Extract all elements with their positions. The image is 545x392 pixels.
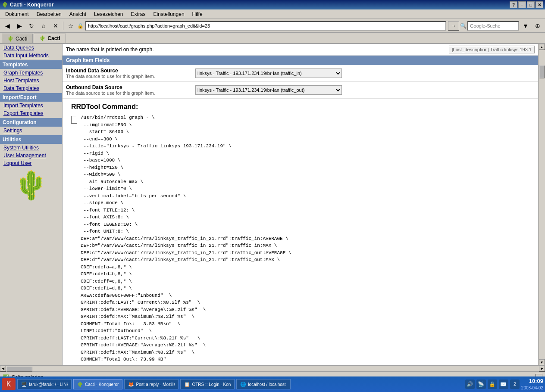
taskbar-item-linksys-label: faruk@faruk: / - LINKSYS - Ko bbox=[29, 382, 68, 387]
menu-hilfe[interactable]: Hilfe bbox=[189, 10, 206, 18]
rrd-command-text: /usr/bin/rrdtool graph - \ --imgformat=P… bbox=[81, 114, 291, 363]
inbound-label-cell: Inbound Data Source The data source to u… bbox=[63, 65, 192, 82]
taskbar-clock: 10:09 2008-04-02 bbox=[521, 378, 543, 391]
sidebar-section-templates[interactable]: Templates bbox=[0, 60, 62, 69]
right-scrollbar[interactable]: ▲ ▼ bbox=[538, 44, 545, 365]
search-input[interactable] bbox=[467, 21, 519, 31]
titlebar-left: 🌵 Cacti - Konqueror bbox=[2, 2, 53, 8]
taskbar-sys-icon-1[interactable]: 🔊 bbox=[465, 380, 475, 389]
taskbar-item-firefox[interactable]: 🦊 Post a reply - Mozilla Firefox bbox=[124, 379, 179, 389]
sidebar-item-graph-templates[interactable]: Graph Templates bbox=[0, 69, 62, 77]
inbound-desc: The data source to use for this graph it… bbox=[66, 74, 188, 79]
sidebar-item-user-management[interactable]: User Management bbox=[0, 152, 62, 159]
sidebar-item-export-templates[interactable]: Export Templates bbox=[0, 109, 62, 117]
menu-ansicht[interactable]: Ansicht bbox=[66, 10, 90, 18]
scroll-up-arrow[interactable]: ▲ bbox=[539, 44, 545, 50]
taskbar-item-firefox-label: Post a reply - Mozilla Firefox bbox=[136, 382, 175, 387]
tabbar: 🌵 Cacti 🌵 Cacti bbox=[0, 33, 545, 44]
sidebar-item-import-templates[interactable]: Import Templates bbox=[0, 102, 62, 109]
outbound-desc: The data source to use for this graph it… bbox=[66, 90, 188, 96]
taskbar-sys-icon-5[interactable]: 2 bbox=[510, 380, 520, 389]
graph-item-form: Inbound Data Source The data source to u… bbox=[63, 65, 538, 99]
sidebar-section-import-export[interactable]: Import/Export bbox=[0, 93, 62, 102]
help-button[interactable]: ? bbox=[510, 1, 517, 8]
rrd-command-container: /usr/bin/rrdtool graph - \ --imgformat=P… bbox=[71, 114, 529, 363]
stop-button[interactable]: ✕ bbox=[50, 20, 61, 31]
reload-button[interactable]: ↻ bbox=[26, 20, 37, 31]
scroll-down-arrow[interactable]: ▼ bbox=[539, 359, 545, 365]
horizontal-scrollbar[interactable]: ◀ ▶ bbox=[0, 365, 545, 371]
sidebar-item-data-templates[interactable]: Data Templates bbox=[0, 84, 62, 92]
sidebar-item-logout-user[interactable]: Logout User bbox=[0, 159, 62, 167]
taskbar-item-localhost-icon: 🌐 bbox=[240, 382, 246, 387]
taskbar-item-cacti-label: Cacti - Konqueror bbox=[85, 382, 119, 387]
home-button[interactable]: ⌂ bbox=[38, 20, 49, 31]
doc-icon bbox=[71, 116, 77, 125]
taskbar-item-linksys-icon: 🖥️ bbox=[21, 382, 27, 387]
menu-lesezeichen[interactable]: Lesezeichen bbox=[91, 10, 126, 18]
inbound-row: Inbound Data Source The data source to u… bbox=[63, 65, 538, 82]
sidebar-item-settings[interactable]: Settings bbox=[0, 127, 62, 134]
titlebar-app-icon: 🌵 bbox=[2, 2, 8, 8]
sidebar-item-data-input-methods[interactable]: Data Input Methods bbox=[0, 52, 62, 59]
rrdtool-command-title: RRDTool Command: bbox=[71, 103, 529, 111]
taskbar-sys-icon-2[interactable]: 📡 bbox=[476, 380, 486, 389]
scroll-right-arrow[interactable]: ▶ bbox=[539, 366, 545, 372]
taskbar-item-localhost[interactable]: 🌐 localhost / localhost / cacti bbox=[236, 379, 291, 389]
maximize-button[interactable]: □ bbox=[527, 1, 535, 8]
inbound-control-cell: linksys - Traffic - 193.171.234.19/br-la… bbox=[192, 65, 538, 82]
taskbar-system-icons: 🔊 📡 🔒 ✉️ 2 bbox=[465, 380, 520, 389]
toolbar-separator bbox=[63, 22, 63, 30]
graph-item-fields-header: Graph Item Fields bbox=[63, 56, 538, 65]
scroll-left-arrow[interactable]: ◀ bbox=[0, 366, 6, 372]
taskbar-item-otrs-label: OTRS :: Login - Konqueror bbox=[192, 382, 231, 387]
outbound-row: Outbound Data Source The data source to … bbox=[63, 82, 538, 99]
search-go-button[interactable]: ▼ bbox=[520, 20, 531, 31]
back-button[interactable]: ◀ bbox=[2, 20, 13, 31]
start-button[interactable]: K bbox=[2, 378, 16, 390]
horiz-track[interactable] bbox=[6, 366, 539, 371]
tab-cacti-1[interactable]: 🌵 Cacti bbox=[2, 34, 33, 43]
menu-bearbeiten[interactable]: Bearbeiten bbox=[33, 10, 65, 18]
sidebar-item-system-utilities[interactable]: System Utilities bbox=[0, 144, 62, 152]
tab-label-2: Cacti bbox=[47, 35, 60, 41]
sidebar: Data Queries Data Input Methods Template… bbox=[0, 44, 63, 365]
taskbar-sys-icon-4[interactable]: ✉️ bbox=[499, 380, 508, 389]
toolbar: ◀ ▶ ↻ ⌂ ✕ ☆ 🔒 → 🔍 ▼ ⊕ bbox=[0, 19, 545, 33]
rrdtool-command-section: RRDTool Command: /usr/bin/rrdtool graph … bbox=[63, 99, 538, 365]
address-input[interactable] bbox=[85, 21, 446, 31]
graph-name-row: The name that is printed on the graph. |… bbox=[63, 44, 538, 56]
tab-cacti-2[interactable]: 🌵 Cacti bbox=[34, 34, 66, 43]
forward-button[interactable]: ▶ bbox=[14, 20, 25, 31]
taskbar-sys-icon-3[interactable]: 🔒 bbox=[488, 380, 497, 389]
close-button[interactable]: ✕ bbox=[536, 1, 543, 8]
search-icon: 🔍 bbox=[460, 23, 467, 29]
tab-icon-1: 🌵 bbox=[7, 36, 14, 42]
menu-dokument[interactable]: Dokument bbox=[2, 10, 32, 18]
bookmark-button[interactable]: ☆ bbox=[65, 20, 76, 31]
sidebar-section-configuration[interactable]: Configuration bbox=[0, 118, 62, 127]
menu-einstellungen[interactable]: Einstellungen bbox=[150, 10, 188, 18]
tab-label-1: Cacti bbox=[16, 36, 27, 42]
scroll-track[interactable] bbox=[539, 50, 545, 359]
inbound-label: Inbound Data Source bbox=[66, 68, 188, 74]
sidebar-section-utilities[interactable]: Utilities bbox=[0, 135, 62, 144]
horiz-thumb[interactable] bbox=[6, 367, 32, 372]
tab-icon-2: 🌵 bbox=[39, 35, 46, 41]
taskbar-item-firefox-icon: 🦊 bbox=[128, 382, 134, 387]
minimize-button[interactable]: – bbox=[518, 1, 526, 8]
taskbar-clock-date: 2008-04-02 bbox=[521, 385, 543, 391]
taskbar-item-otrs[interactable]: 📋 OTRS :: Login - Konqueror bbox=[180, 379, 235, 389]
scroll-thumb[interactable] bbox=[539, 65, 545, 78]
inbound-select[interactable]: linksys - Traffic - 193.171.234.19/br-la… bbox=[195, 68, 342, 78]
taskbar-item-cacti[interactable]: 🌵 Cacti - Konqueror bbox=[73, 379, 122, 389]
taskbar-item-linksys[interactable]: 🖥️ faruk@faruk: / - LINKSYS - Ko bbox=[17, 379, 72, 389]
titlebar-title: Cacti - Konqueror bbox=[10, 2, 53, 8]
sidebar-item-data-queries[interactable]: Data Queries bbox=[0, 44, 62, 52]
taskbar-item-otrs-icon: 📋 bbox=[184, 382, 190, 387]
outbound-select[interactable]: linksys - Traffic - 193.171.234.19/br-la… bbox=[195, 85, 342, 95]
sidebar-item-host-templates[interactable]: Host Templates bbox=[0, 77, 62, 84]
menu-extras[interactable]: Extras bbox=[128, 10, 149, 18]
zoom-button[interactable]: ⊕ bbox=[532, 20, 543, 31]
go-button[interactable]: → bbox=[448, 21, 459, 31]
